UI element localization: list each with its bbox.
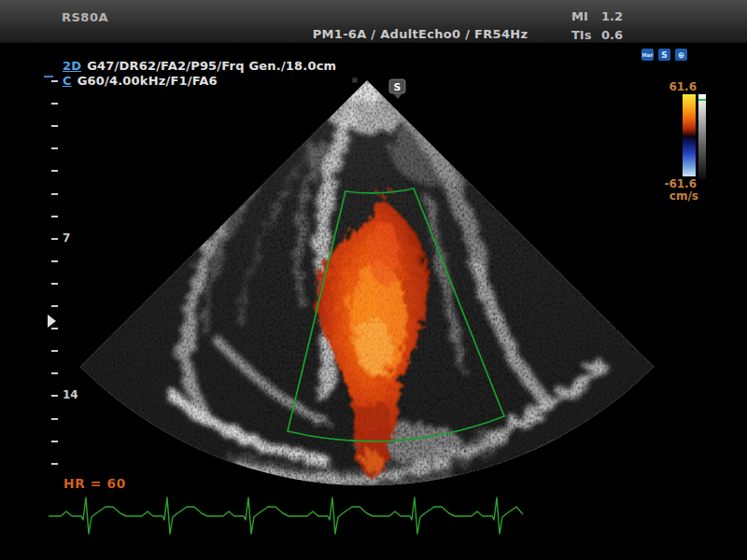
- orientation-marker: S: [389, 79, 405, 99]
- jet-speckle: [261, 177, 532, 491]
- ecg-trace: [49, 497, 523, 534]
- heart-rate-readout: HR = 60: [63, 476, 126, 491]
- sector-fan: [80, 75, 655, 491]
- apex-marker: [353, 78, 357, 82]
- ultrasound-screen: RS80A PM1-6A / AdultEcho0 / FR54Hz MI 1.…: [0, 0, 747, 560]
- svg-text:S: S: [394, 81, 402, 93]
